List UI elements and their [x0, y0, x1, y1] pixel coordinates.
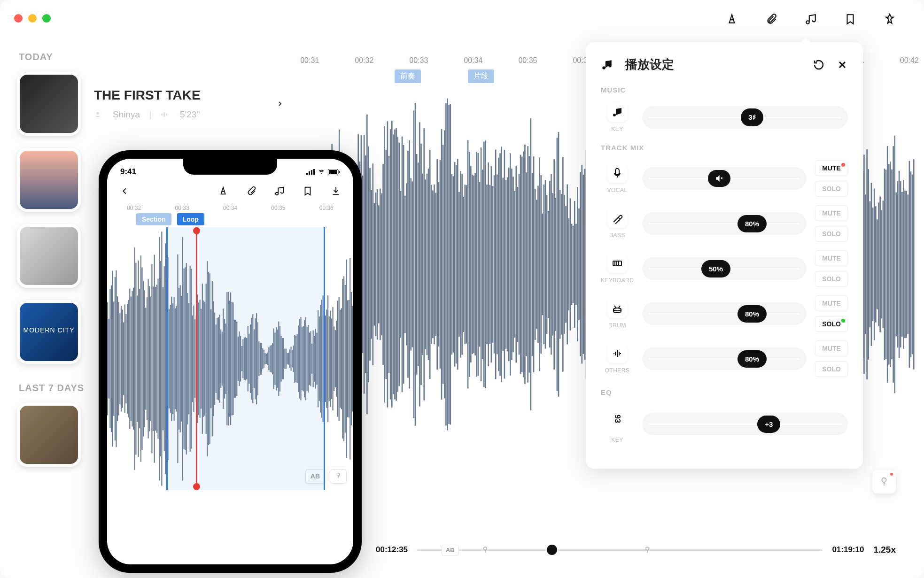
phone-toolbar	[107, 180, 353, 202]
svg-rect-432	[309, 171, 310, 175]
svg-rect-108	[450, 104, 451, 425]
svg-rect-132	[485, 140, 486, 388]
svg-rect-470	[147, 297, 148, 420]
maximize-window[interactable]	[42, 14, 51, 23]
svg-rect-169	[539, 157, 540, 371]
svg-rect-445	[116, 270, 116, 447]
svg-rect-199	[583, 175, 584, 354]
keyboard-solo-button[interactable]: SOLO	[815, 271, 848, 287]
svg-point-430	[882, 478, 886, 482]
phone-timeline-ruler: 00:32 00:33 00:34 00:35 00:36	[107, 202, 353, 213]
bookmark-icon[interactable]	[303, 186, 313, 196]
eq-slider[interactable]: +3	[642, 413, 848, 435]
phone-time: 9:41	[120, 167, 136, 177]
song-meta: Shinya | 5'23''	[94, 109, 263, 120]
key-chip[interactable]	[330, 469, 347, 484]
phone-playhead[interactable]	[196, 227, 197, 490]
others-mute-button[interactable]: MUTE	[815, 340, 848, 356]
svg-rect-458	[132, 291, 132, 427]
svg-rect-168	[537, 185, 539, 343]
ab-marker[interactable]: AB	[442, 545, 459, 555]
svg-rect-94	[429, 150, 431, 379]
music-icon[interactable]	[274, 186, 285, 196]
svg-rect-449	[121, 306, 122, 411]
svg-point-427	[613, 308, 621, 311]
scrub-total: 01:19:10	[832, 545, 864, 555]
loop-start-handle[interactable]	[166, 227, 168, 490]
vocal-mute-button[interactable]: MUTE	[815, 160, 848, 176]
phone-marker-section[interactable]: Section	[136, 213, 171, 225]
svg-rect-79	[407, 151, 409, 378]
bookmark-icon[interactable]	[844, 13, 856, 25]
svg-rect-86	[418, 162, 419, 366]
scrub-playhead[interactable]	[547, 545, 557, 555]
vocal-slider[interactable]	[642, 167, 807, 190]
svg-rect-482	[161, 231, 162, 486]
svg-rect-618	[329, 316, 330, 401]
svg-point-428	[483, 547, 487, 550]
svg-rect-457	[131, 297, 132, 421]
music-icon[interactable]	[805, 13, 817, 25]
close-icon[interactable]	[837, 59, 848, 70]
marker-segment[interactable]: 片段	[468, 69, 494, 83]
svg-rect-444	[115, 277, 116, 441]
scrub-key-marker[interactable]	[478, 543, 492, 557]
close-window[interactable]	[14, 14, 23, 23]
phone-waveform[interactable]: AB	[107, 227, 353, 490]
svg-rect-140	[497, 175, 498, 355]
scrub-track[interactable]: AB	[417, 549, 823, 551]
svg-rect-2	[163, 113, 163, 116]
attachment-icon[interactable]	[246, 186, 256, 196]
pin-icon[interactable]	[884, 13, 896, 25]
svg-rect-99	[436, 159, 438, 370]
key-slider[interactable]: 3♯	[642, 106, 848, 129]
vocal-solo-button[interactable]: SOLO	[815, 181, 848, 197]
phone-mockup: 9:41 00:32 00:33 00:34 0	[99, 150, 362, 573]
drum-solo-button[interactable]: SOLO	[815, 316, 848, 332]
others-icon	[607, 344, 627, 363]
svg-rect-409	[890, 162, 891, 367]
svg-rect-475	[153, 286, 154, 431]
scrub-speed[interactable]: 1.25x	[873, 545, 896, 555]
metronome-icon[interactable]	[218, 186, 228, 196]
phone-marker-loop[interactable]: Loop	[177, 213, 204, 225]
others-solo-button[interactable]: SOLO	[815, 361, 848, 377]
bass-mute-button[interactable]: MUTE	[815, 205, 848, 221]
svg-rect-626	[339, 297, 340, 421]
svg-rect-476	[154, 254, 155, 462]
svg-rect-170	[540, 175, 542, 354]
back-icon[interactable]	[119, 186, 130, 196]
marker-intro[interactable]: 前奏	[395, 69, 421, 83]
bass-solo-button[interactable]: SOLO	[815, 226, 848, 242]
svg-rect-56	[374, 203, 375, 326]
svg-rect-187	[565, 206, 567, 323]
svg-rect-436	[329, 170, 337, 174]
scrub-key-marker[interactable]	[640, 543, 654, 557]
svg-rect-72	[397, 137, 398, 392]
song-row-current[interactable]: THE FIRST TAKE Shinya | 5'23''	[17, 72, 284, 136]
drum-slider[interactable]: 80%	[642, 302, 807, 325]
keyboard-slider[interactable]: 50%	[642, 257, 807, 280]
svg-rect-107	[448, 105, 450, 424]
svg-rect-175	[548, 211, 549, 318]
svg-rect-66	[388, 156, 390, 373]
floating-key-button[interactable]	[872, 470, 896, 493]
svg-rect-119	[466, 185, 467, 343]
minimize-window[interactable]	[28, 14, 37, 23]
keyboard-mute-button[interactable]: MUTE	[815, 250, 848, 266]
attachment-icon[interactable]	[765, 13, 777, 25]
svg-rect-484	[164, 266, 165, 451]
eq-value: +3	[757, 416, 780, 433]
download-icon[interactable]	[331, 186, 341, 196]
svg-rect-144	[502, 177, 504, 351]
drum-mute-button[interactable]: MUTE	[815, 295, 848, 311]
svg-rect-81	[410, 178, 412, 350]
others-slider[interactable]: 80%	[642, 347, 807, 370]
undo-icon[interactable]	[813, 59, 824, 70]
svg-rect-455	[128, 300, 129, 417]
bass-slider[interactable]: 80%	[642, 212, 807, 235]
svg-rect-628	[341, 308, 342, 409]
svg-rect-51	[366, 115, 368, 414]
loop-end-handle[interactable]	[324, 227, 325, 490]
metronome-icon[interactable]	[726, 13, 738, 25]
